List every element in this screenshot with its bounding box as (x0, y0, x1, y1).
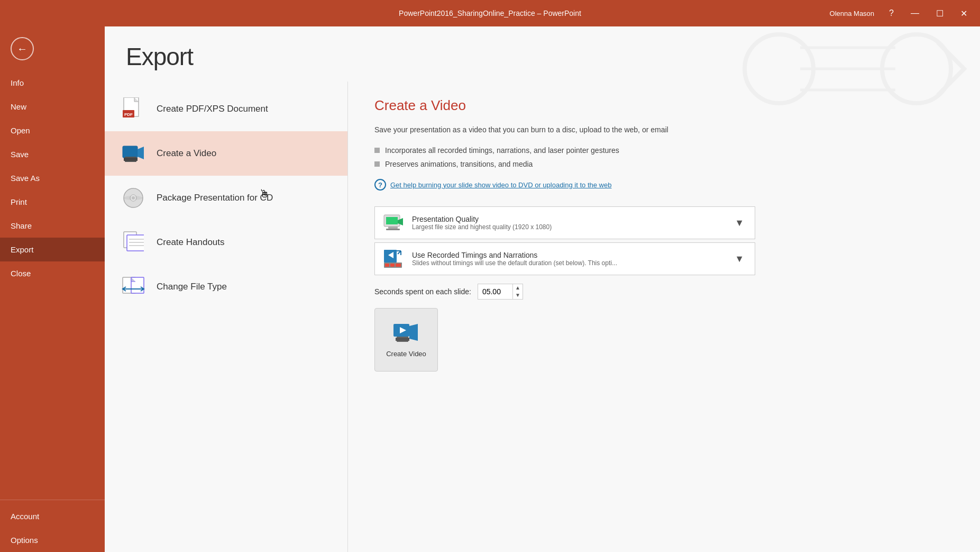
option-video-label: Create a Video (157, 148, 216, 159)
option-package-label: Package Presentation for CD (157, 193, 273, 203)
help-link[interactable]: ? Get help burning your slide show video… (374, 179, 954, 191)
help-link-text[interactable]: Get help burning your slide show video t… (390, 181, 611, 189)
export-title: Export (126, 42, 959, 71)
user-name: Olenna Mason (830, 10, 875, 17)
svg-rect-35 (396, 338, 409, 341)
spinner-up[interactable]: ▲ (513, 284, 523, 292)
sidebar-item-export[interactable]: Export (0, 238, 105, 261)
svg-text:PDF: PDF (124, 112, 133, 117)
export-header: Export (105, 26, 980, 82)
main-content: Export PDF Create PDF/X (105, 26, 980, 552)
seconds-row: Seconds spent on each slide: ▲ ▼ (374, 284, 954, 300)
option-package[interactable]: Package Presentation for CD (105, 176, 347, 220)
bullet-text-1: Incorporates all recorded timings, narra… (385, 146, 619, 155)
bullet-list: Incorporates all recorded timings, narra… (374, 146, 954, 168)
close-button[interactable]: ✕ (956, 6, 972, 21)
create-video-icon (392, 322, 420, 346)
help-button[interactable]: ? (885, 6, 898, 21)
video-icon (121, 141, 146, 166)
package-icon (121, 185, 146, 211)
spinner-down[interactable]: ▼ (513, 292, 523, 299)
sidebar-nav: Info New Open Save Save As Print Share E… (0, 71, 105, 495)
option-handouts[interactable]: Create Handouts (105, 220, 347, 265)
timings-main-text: Use Recorded Timings and Narrations (412, 251, 723, 259)
quality-dropdown[interactable]: Presentation Quality Largest file size a… (374, 206, 755, 239)
quality-dropdown-text: Presentation Quality Largest file size a… (412, 215, 723, 231)
minimize-button[interactable]: — (906, 6, 923, 21)
timings-dropdown-icon (381, 247, 405, 270)
option-filetype-label: Change File Type (157, 282, 227, 292)
back-button[interactable]: ← (11, 37, 34, 60)
sidebar: ← Info New Open Save Save As Print Share… (0, 26, 105, 552)
svg-rect-6 (123, 146, 138, 158)
svg-rect-24 (388, 227, 398, 229)
sidebar-item-account[interactable]: Account (0, 504, 105, 528)
option-pdf-label: Create PDF/XPS Document (157, 104, 268, 114)
svg-rect-8 (124, 158, 138, 161)
help-icon: ? (374, 179, 386, 191)
quality-dropdown-icon (381, 211, 405, 234)
seconds-label: Seconds spent on each slide: (374, 287, 471, 296)
bullet-icon-2 (374, 161, 380, 167)
handouts-icon (121, 230, 146, 255)
sidebar-item-close[interactable]: Close (0, 261, 105, 285)
details-description: Save your presentation as a video that y… (374, 124, 734, 135)
seconds-spinner[interactable]: ▲ ▼ (478, 284, 523, 300)
bullet-icon-1 (374, 148, 380, 153)
sidebar-item-new[interactable]: New (0, 95, 105, 119)
details-title: Create a Video (374, 97, 954, 114)
spinner-controls: ▲ ▼ (512, 284, 523, 299)
sidebar-item-print[interactable]: Print (0, 190, 105, 214)
option-pdf[interactable]: PDF Create PDF/XPS Document (105, 87, 347, 131)
svg-rect-14 (127, 235, 144, 251)
create-video-button[interactable]: Create Video (374, 308, 438, 372)
options-list: PDF Create PDF/XPS Document (105, 82, 348, 552)
sidebar-item-save-as[interactable]: Save As (0, 166, 105, 190)
title-bar: PowerPoint2016_SharingOnline_Practice – … (0, 0, 980, 26)
svg-rect-30 (390, 264, 395, 267)
sidebar-item-open[interactable]: Open (0, 119, 105, 142)
sidebar-item-save[interactable]: Save (0, 142, 105, 166)
timings-dropdown-text: Use Recorded Timings and Narrations Slid… (412, 251, 723, 267)
quality-sub-text: Largest file size and highest quality (1… (412, 223, 723, 231)
sidebar-divider (0, 500, 105, 500)
pdf-icon: PDF (121, 96, 146, 122)
option-filetype[interactable]: Change File Type (105, 265, 347, 309)
bullet-item-1: Incorporates all recorded timings, narra… (374, 146, 954, 155)
svg-rect-31 (396, 264, 401, 267)
details-panel: Create a Video Save your presentation as… (348, 82, 980, 552)
timings-dropdown-arrow[interactable]: ▼ (730, 251, 748, 267)
svg-rect-22 (386, 217, 398, 224)
quality-dropdown-arrow[interactable]: ▼ (730, 215, 748, 231)
sidebar-item-options[interactable]: Options (0, 528, 105, 552)
sidebar-item-share[interactable]: Share (0, 214, 105, 238)
window-title: PowerPoint2016_SharingOnline_Practice – … (399, 9, 581, 17)
svg-rect-25 (386, 229, 400, 230)
timings-dropdown[interactable]: Use Recorded Timings and Narrations Slid… (374, 242, 755, 275)
seconds-input[interactable] (478, 284, 512, 299)
app-body: ← Info New Open Save Save As Print Share… (0, 26, 980, 552)
timings-sub-text: Slides without timings will use the defa… (412, 259, 723, 267)
sidebar-item-info[interactable]: Info (0, 71, 105, 95)
bullet-text-2: Preserves animations, transitions, and m… (385, 160, 533, 168)
sidebar-back: ← (0, 26, 105, 71)
svg-rect-29 (385, 264, 389, 267)
option-video[interactable]: Create a Video (105, 131, 347, 176)
content-wrapper: PDF Create PDF/XPS Document (105, 82, 980, 552)
option-handouts-label: Create Handouts (157, 237, 225, 248)
create-video-label: Create Video (386, 350, 426, 358)
bullet-item-2: Preserves animations, transitions, and m… (374, 160, 954, 168)
filetype-icon (121, 274, 146, 300)
svg-point-12 (124, 196, 143, 200)
quality-main-text: Presentation Quality (412, 215, 723, 223)
maximize-button[interactable]: ☐ (932, 6, 948, 21)
